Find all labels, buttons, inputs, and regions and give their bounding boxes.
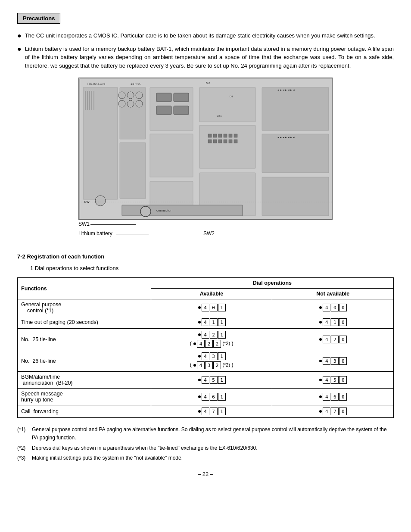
function-cell: Call forwarding: [18, 405, 151, 418]
col-header-dial-ops: Dial operations: [151, 278, 393, 289]
svg-rect-53: [234, 140, 237, 143]
dot-key: [198, 333, 201, 336]
dot-key: [198, 410, 201, 413]
table-row: No. 26 tie-line431( 432 (*2) )430: [18, 350, 394, 372]
svg-rect-15: [262, 177, 329, 216]
precautions-header: Precautions: [17, 13, 60, 24]
footnote-text: Making initial settings puts the system …: [32, 454, 183, 462]
footnote-label: (*2): [17, 444, 30, 452]
key-box: 3: [331, 357, 339, 365]
dot-key: [319, 395, 322, 398]
not-available-cell: 430: [272, 350, 394, 372]
functions-table: Functions Dial operations Available Not …: [17, 277, 394, 418]
page-number: – 22 –: [17, 471, 394, 477]
footnote-label: (*3): [17, 454, 30, 462]
key-box: 1: [218, 304, 226, 311]
dot-key: [198, 379, 201, 381]
svg-rect-47: [234, 134, 237, 137]
key-box: 2: [205, 340, 213, 348]
available-cell: 421( 422 (*2) ): [151, 329, 272, 350]
table-row: BGM/alarm/time annunciation (BI-20)45145…: [18, 372, 394, 389]
key-box: 1: [218, 352, 226, 360]
key-box: 2: [213, 361, 221, 369]
function-cell: Time out of paging (20 seconds): [18, 316, 151, 329]
svg-text:14 FPA: 14 FPA: [131, 82, 140, 85]
not-available-cell: 410: [272, 316, 394, 329]
col-header-functions: Functions: [18, 278, 151, 299]
key-box: 0: [339, 357, 347, 365]
key-box: 4: [202, 376, 209, 384]
key-box: 7: [331, 408, 339, 415]
footnote-item-2: (*2)Depress dial keys as shown in a pare…: [17, 444, 394, 452]
svg-rect-48: [208, 140, 212, 143]
footnote-label: (*1): [17, 426, 30, 442]
key-box: 0: [210, 304, 218, 311]
svg-rect-4: [83, 87, 118, 199]
key-box: 1: [331, 318, 339, 326]
dot-key: [319, 410, 322, 413]
bullet-section: ● The CC unit incorporates a CMOS IC. Pa…: [17, 31, 394, 70]
svg-text:◄►◄►◄►◄: ◄►◄►◄►◄: [277, 136, 295, 139]
key-box: 4: [202, 393, 209, 401]
bullet-item-2: ● Lithium battery is used for a memory b…: [17, 45, 394, 70]
dot-key: [319, 360, 322, 362]
key-box: 2: [213, 340, 221, 348]
table-row: No. 25 tie-line421( 422 (*2) )420: [18, 329, 394, 350]
svg-rect-27: [156, 93, 171, 102]
svg-text:◄►◄►◄►◄: ◄►◄►◄►◄: [277, 89, 295, 91]
svg-rect-30: [174, 106, 189, 115]
key-box: 6: [331, 393, 339, 401]
key-box: 3: [205, 361, 213, 369]
dot-key: [319, 379, 322, 381]
not-available-cell: 470: [272, 405, 394, 418]
bullet-text-2: Lithium battery is used for a memory bac…: [25, 45, 394, 70]
key-box: 0: [339, 336, 347, 343]
dot-key: [198, 306, 201, 309]
svg-rect-14: [262, 134, 329, 173]
col-header-available: Available: [151, 289, 272, 299]
key-box: 1: [218, 318, 226, 326]
function-cell: No. 26 tie-line: [18, 350, 151, 372]
svg-text:connector: connector: [156, 208, 171, 212]
not-available-cell: 400: [272, 299, 394, 316]
circuit-annotations: SW1 Lithium battery SW2: [78, 221, 333, 240]
col-header-not-available: Not available: [272, 289, 394, 299]
key-box: 0: [339, 393, 347, 401]
svg-text:D4: D4: [230, 95, 233, 98]
table-row: Time out of paging (20 seconds)411410: [18, 316, 394, 329]
available-cell: 461: [151, 389, 272, 405]
available-cell: 451: [151, 372, 272, 389]
svg-point-34: [95, 196, 106, 206]
key-box: 4: [323, 304, 330, 311]
table-row: General purpose control (*1)401400: [18, 299, 394, 316]
bullet-item-1: ● The CC unit incorporates a CMOS IC. Pa…: [17, 31, 394, 40]
svg-text:MX: MX: [206, 81, 211, 84]
svg-rect-50: [218, 140, 222, 143]
dot-key: [319, 321, 322, 324]
svg-rect-11: [199, 125, 255, 168]
key-box: 0: [339, 408, 347, 415]
bullet-dot-2: ●: [17, 45, 22, 70]
svg-rect-28: [174, 93, 189, 102]
key-box: 4: [197, 340, 205, 348]
available-cell: 411: [151, 316, 272, 329]
dot-key: [198, 321, 201, 324]
svg-rect-46: [229, 134, 232, 137]
key-box: 4: [323, 408, 330, 415]
lithium-battery-label: Lithium battery: [78, 230, 112, 236]
dot-key: [198, 395, 201, 398]
svg-rect-52: [229, 140, 232, 143]
footnotes-section: (*1)General purpose control and PA pagin…: [17, 426, 394, 462]
not-available-cell: 420: [272, 329, 394, 350]
key-box: 1: [218, 408, 226, 415]
key-box: 4: [202, 408, 209, 415]
not-available-cell: 460: [272, 389, 394, 405]
key-box: 4: [197, 361, 205, 369]
circuit-board-container: ITS-09-413-6 14 FPA: [78, 78, 333, 240]
svg-text:SW: SW: [84, 200, 90, 204]
section-heading: 7-2 Registration of each function: [17, 253, 394, 260]
key-box: 1: [218, 376, 226, 384]
footnote-text: General purpose control and PA paging ar…: [32, 426, 394, 442]
key-box: 1: [218, 331, 226, 339]
svg-rect-8: [150, 134, 193, 177]
